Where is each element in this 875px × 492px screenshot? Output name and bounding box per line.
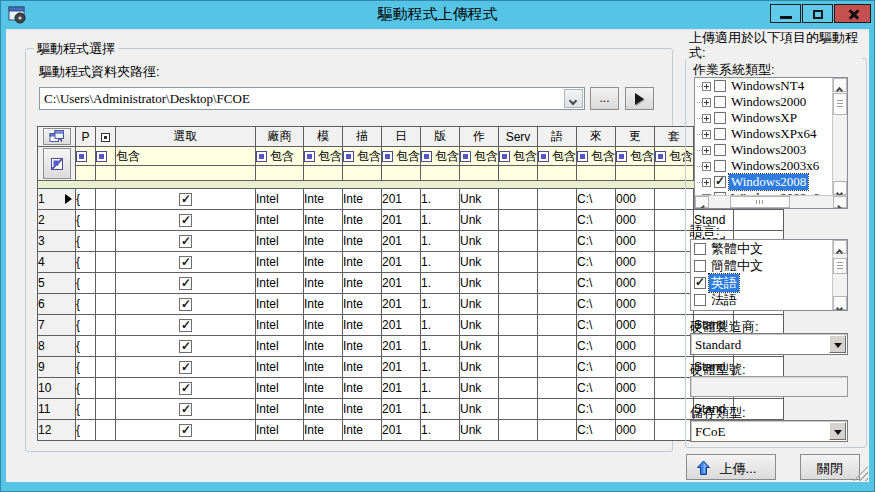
table-row[interactable]: 12{IntelInteInte2011.UnkC:\000Stand: [38, 420, 784, 441]
grid-header-lang[interactable]: 語: [538, 127, 577, 147]
cell-select[interactable]: [116, 378, 256, 399]
os-item-WindowsNT4[interactable]: WindowsNT4: [695, 78, 832, 94]
close-button[interactable]: [834, 4, 871, 23]
os-item-Windows2008[interactable]: Windows2008: [695, 174, 832, 190]
cell-select[interactable]: [116, 294, 256, 315]
filter-type-icon[interactable]: [304, 151, 315, 162]
scroll-down-button[interactable]: [833, 296, 847, 310]
item-checkbox[interactable]: [714, 96, 726, 108]
filter-cell-source[interactable]: 包含: [577, 147, 616, 166]
grid-header-serv[interactable]: Serv: [499, 127, 538, 147]
hw-model-field[interactable]: [690, 376, 848, 397]
row-header-cell[interactable]: 2: [38, 210, 76, 231]
cell-select[interactable]: [116, 399, 256, 420]
table-row[interactable]: 1{IntelInteInte2011.UnkC:\000Stand: [38, 189, 784, 210]
item-checkbox[interactable]: [714, 128, 726, 140]
filter-input-desc[interactable]: [343, 166, 382, 181]
filter-input-sel_all[interactable]: [96, 166, 116, 181]
table-row[interactable]: 8{IntelInteInte2011.UnkC:\000Stand: [38, 336, 784, 357]
os-item-WindowsXPx64[interactable]: WindowsXPx64: [695, 126, 832, 142]
filter-cell-vendor[interactable]: 包含: [256, 147, 304, 166]
expand-icon[interactable]: [702, 98, 711, 107]
table-row[interactable]: 6{IntelInteInte2011.UnkC:\000Stand: [38, 294, 784, 315]
cell-select[interactable]: [116, 210, 256, 231]
grid-header-date[interactable]: 日: [382, 127, 421, 147]
filter-cell-sel_all[interactable]: [96, 147, 116, 166]
row-checkbox[interactable]: [179, 256, 192, 269]
filter-input-model[interactable]: [304, 166, 343, 181]
filter-type-icon[interactable]: [499, 151, 510, 162]
expand-icon[interactable]: [702, 146, 711, 155]
filter-input-date[interactable]: [382, 166, 421, 181]
cell-select[interactable]: [116, 336, 256, 357]
filter-type-icon[interactable]: [655, 151, 666, 162]
row-checkbox[interactable]: [179, 361, 192, 374]
grid-header-version[interactable]: 版: [421, 127, 460, 147]
row-checkbox[interactable]: [179, 424, 192, 437]
scroll-thumb[interactable]: [730, 196, 790, 208]
row-checkbox[interactable]: [179, 235, 192, 248]
path-dropdown-button[interactable]: [564, 89, 583, 108]
filter-type-icon[interactable]: [538, 151, 549, 162]
filter-cell-date[interactable]: 包含: [382, 147, 421, 166]
close-dialog-button[interactable]: 關閉: [800, 454, 860, 480]
grid-header-sel_all[interactable]: [96, 127, 116, 147]
row-header-cell[interactable]: 3: [38, 231, 76, 252]
hw-vendor-dropdown-button[interactable]: [829, 335, 846, 353]
scroll-thumb[interactable]: [833, 258, 847, 274]
row-checkbox[interactable]: [179, 214, 192, 227]
row-checkbox[interactable]: [179, 319, 192, 332]
row-header-cell[interactable]: 12: [38, 420, 76, 441]
cell-select[interactable]: [116, 252, 256, 273]
maximize-button[interactable]: [802, 4, 833, 23]
hw-vendor-combobox[interactable]: Standard: [690, 333, 848, 355]
os-item-WindowsXP[interactable]: WindowsXP: [695, 110, 832, 126]
os-tree-hscrollbar[interactable]: [695, 195, 847, 208]
grid-header-select[interactable]: 選取: [116, 127, 256, 147]
row-checkbox[interactable]: [179, 298, 192, 311]
scroll-thumb[interactable]: [833, 93, 847, 115]
row-checkbox[interactable]: [179, 193, 192, 206]
filter-type-icon[interactable]: [76, 151, 87, 162]
grid-header-desc[interactable]: 描: [343, 127, 382, 147]
grid-header-os[interactable]: 作: [460, 127, 499, 147]
table-row[interactable]: 2{IntelInteInte2011.UnkC:\000Stand: [38, 210, 784, 231]
filter-cell-serv[interactable]: 包含: [499, 147, 538, 166]
filter-input-lang[interactable]: [538, 166, 577, 181]
row-header-cell[interactable]: 1: [38, 189, 76, 210]
filter-input-serv[interactable]: [499, 166, 538, 181]
item-checkbox[interactable]: [694, 277, 706, 289]
grid-header-model[interactable]: 模: [304, 127, 343, 147]
table-row[interactable]: 9{IntelInteInte2011.UnkC:\000Stand: [38, 357, 784, 378]
filter-cell-os[interactable]: 包含: [460, 147, 499, 166]
upload-button[interactable]: 上傳...: [686, 454, 776, 480]
filter-type-icon[interactable]: [421, 151, 432, 162]
row-header-cell[interactable]: 4: [38, 252, 76, 273]
filter-cell-lang[interactable]: 包含: [538, 147, 577, 166]
row-header-cell[interactable]: 6: [38, 294, 76, 315]
filter-input-p[interactable]: [76, 166, 96, 181]
grid-header-rowhdr[interactable]: [38, 127, 76, 147]
language-vscrollbar[interactable]: [832, 240, 847, 310]
os-item-Windows2003x6[interactable]: Windows2003x6: [695, 158, 832, 174]
filter-cell-select[interactable]: 包含: [116, 147, 256, 166]
filter-type-icon[interactable]: [616, 151, 627, 162]
row-header-cell[interactable]: 11: [38, 399, 76, 420]
item-checkbox[interactable]: [714, 80, 726, 92]
cell-select[interactable]: [116, 273, 256, 294]
grid-header-vendor[interactable]: 廠商: [256, 127, 304, 147]
expand-icon[interactable]: [702, 114, 711, 123]
item-checkbox[interactable]: [714, 144, 726, 156]
lang-item-法語[interactable]: 法語: [691, 291, 832, 308]
filter-type-icon[interactable]: [96, 151, 107, 162]
grid-header-p[interactable]: P: [76, 127, 96, 147]
cell-select[interactable]: [116, 357, 256, 378]
row-checkbox[interactable]: [179, 403, 192, 416]
filter-input-update[interactable]: [616, 166, 655, 181]
row-checkbox[interactable]: [179, 382, 192, 395]
cell-select[interactable]: [116, 189, 256, 210]
scroll-left-button[interactable]: [695, 196, 709, 208]
row-header-cell[interactable]: 8: [38, 336, 76, 357]
table-row[interactable]: 4{IntelInteInte2011.UnkC:\000Stand: [38, 252, 784, 273]
cell-select[interactable]: [116, 231, 256, 252]
